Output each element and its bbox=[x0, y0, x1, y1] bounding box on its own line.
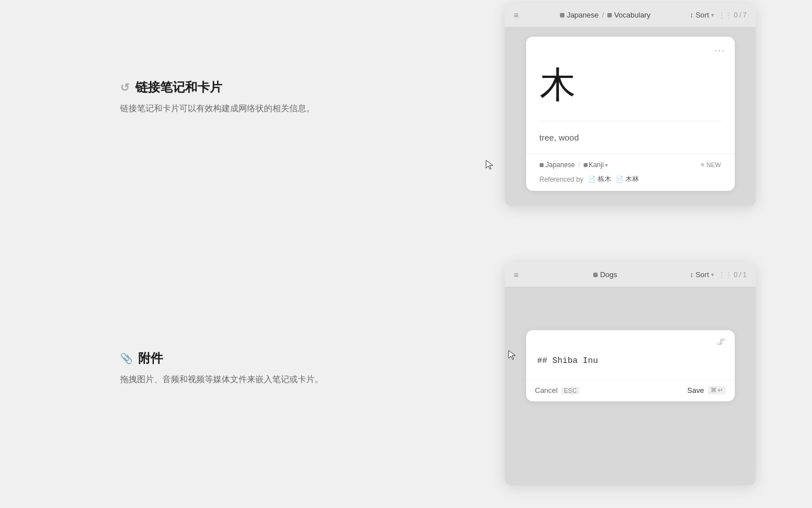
cancel-button[interactable]: Cancel ESC bbox=[535, 386, 580, 395]
cancel-key-badge: ESC bbox=[561, 387, 580, 395]
filter-icon-1: ⋮⋮ bbox=[718, 11, 732, 19]
sort-button-2[interactable]: ↕ Sort ▾ bbox=[690, 270, 714, 279]
editor-header: 🖇 bbox=[526, 330, 735, 352]
ref-label-1: 栋木 bbox=[598, 174, 611, 184]
tag-sep: / bbox=[579, 161, 580, 169]
card-tag-japanese: Japanese bbox=[540, 161, 575, 169]
editor-actions: Cancel ESC Save ⌘ ↵ bbox=[526, 380, 735, 401]
japanese-vocab-window: ≡ Japanese / Vocabulary ↕ Sort ▾ ⋮⋮ 0 / … bbox=[505, 3, 756, 206]
editor-card: 🖇 ## Shiba Inu Cancel ESC Save ⌘ ↵ bbox=[526, 330, 735, 401]
window2-content: 🖇 ## Shiba Inu Cancel ESC Save ⌘ ↵ bbox=[505, 287, 756, 485]
window1-content: ... 木 tree, wood Japanese / Kanji ▾ bbox=[505, 28, 756, 206]
filter-count-2: 0 bbox=[734, 271, 738, 279]
filter-count-1: 0 bbox=[734, 11, 738, 19]
feature-link-section: ↺ 链接笔记和卡片 链接笔记和卡片可以有效构建成网络状的相关信息。 bbox=[120, 79, 315, 115]
ref-icon-2: 📄 bbox=[616, 176, 624, 183]
sort-button-1[interactable]: ↕ Sort ▾ bbox=[690, 11, 714, 19]
menu-icon-1[interactable]: ≡ bbox=[514, 11, 518, 20]
sort-chevron-2: ▾ bbox=[711, 271, 714, 278]
vocab-dot bbox=[607, 13, 612, 17]
window2-toolbar: ≡ Dogs ↕ Sort ▾ ⋮⋮ 0 / 1 bbox=[505, 262, 756, 287]
card-tag-kanji[interactable]: Kanji ▾ bbox=[584, 161, 608, 169]
kanji-tag-dot bbox=[584, 163, 588, 167]
save-button[interactable]: Save ⌘ ↵ bbox=[687, 386, 726, 395]
japanese-tag-label: Japanese bbox=[546, 161, 575, 169]
new-label: NEW bbox=[707, 161, 721, 168]
new-dot bbox=[701, 163, 704, 167]
kanji-dropdown-arrow: ▾ bbox=[605, 162, 608, 168]
save-key-return: ↵ bbox=[718, 387, 723, 394]
menu-icon-2[interactable]: ≡ bbox=[514, 270, 518, 279]
vocabulary-label: Vocabulary bbox=[614, 11, 650, 19]
cancel-label: Cancel bbox=[535, 386, 558, 395]
breadcrumb-vocabulary[interactable]: Vocabulary bbox=[607, 11, 650, 19]
ref-label-2: 木林 bbox=[625, 174, 639, 184]
filter-total-2: 1 bbox=[743, 271, 747, 279]
feature-link-desc: 链接笔记和卡片可以有效构建成网络状的相关信息。 bbox=[120, 102, 315, 115]
paperclip-icon: 📎 bbox=[120, 352, 133, 365]
dogs-dot bbox=[593, 273, 598, 277]
card-tags: Japanese / Kanji ▾ NEW bbox=[540, 161, 721, 169]
breadcrumb-1: Japanese / Vocabulary bbox=[525, 11, 685, 19]
sort-label-1: Sort bbox=[695, 11, 709, 19]
breadcrumb-separator: / bbox=[602, 11, 604, 19]
ref-item-1[interactable]: 📄 栋木 bbox=[588, 174, 611, 184]
card-refs: Referenced by 📄 栋木 📄 木林 bbox=[540, 174, 721, 184]
card-footer: Japanese / Kanji ▾ NEW Referenced by bbox=[526, 154, 735, 191]
japanese-tag-dot bbox=[540, 163, 544, 167]
editor-text[interactable]: ## Shiba Inu bbox=[526, 352, 735, 380]
card-meaning: tree, wood bbox=[526, 121, 735, 154]
dogs-label: Dogs bbox=[600, 270, 617, 279]
card-new-badge: NEW bbox=[701, 161, 721, 168]
card-more-button[interactable]: ... bbox=[714, 43, 725, 54]
sort-icon-1: ↕ bbox=[690, 11, 693, 19]
japanese-dot bbox=[560, 13, 564, 17]
kanji-tag-label: Kanji bbox=[589, 161, 604, 169]
filter-sep-1: / bbox=[739, 11, 741, 19]
feature-attachment-section: 📎 附件 拖拽图片、音频和视频等媒体文件来嵌入笔记或卡片。 bbox=[120, 350, 323, 386]
filter-sep-2: / bbox=[739, 271, 741, 279]
window1-toolbar: ≡ Japanese / Vocabulary ↕ Sort ▾ ⋮⋮ 0 / … bbox=[505, 3, 756, 28]
filter-1[interactable]: ⋮⋮ 0 / 7 bbox=[718, 11, 747, 19]
breadcrumb-japanese[interactable]: Japanese bbox=[560, 11, 598, 19]
card-header: ... bbox=[526, 37, 735, 56]
sort-label-2: Sort bbox=[695, 270, 709, 279]
flashcard: ... 木 tree, wood Japanese / Kanji ▾ bbox=[526, 37, 735, 191]
ref-icon-1: 📄 bbox=[588, 176, 596, 183]
japanese-label: Japanese bbox=[567, 11, 598, 19]
feature-link-title: ↺ 链接笔记和卡片 bbox=[120, 79, 315, 96]
save-key-cmd: ⌘ bbox=[710, 387, 717, 394]
filter-2[interactable]: ⋮⋮ 0 / 1 bbox=[718, 271, 747, 279]
feature-attachment-title: 📎 附件 bbox=[120, 350, 323, 367]
feature-attachment-desc: 拖拽图片、音频和视频等媒体文件来嵌入笔记或卡片。 bbox=[120, 373, 323, 386]
attach-icon[interactable]: 🖇 bbox=[717, 337, 726, 347]
cursor bbox=[484, 159, 495, 170]
card-kanji: 木 bbox=[526, 56, 735, 121]
filter-icon-2: ⋮⋮ bbox=[718, 271, 732, 279]
link-icon: ↺ bbox=[120, 81, 130, 94]
sort-chevron-1: ▾ bbox=[711, 12, 714, 18]
save-key-badge: ⌘ ↵ bbox=[708, 386, 726, 395]
filter-total-1: 7 bbox=[743, 11, 747, 19]
sort-icon-2: ↕ bbox=[690, 271, 693, 279]
dogs-window: ≡ Dogs ↕ Sort ▾ ⋮⋮ 0 / 1 🖇 ## Shiba Inu bbox=[505, 262, 756, 485]
save-label: Save bbox=[687, 386, 704, 395]
ref-item-2[interactable]: 📄 木林 bbox=[616, 174, 639, 184]
breadcrumb-2: Dogs bbox=[525, 270, 685, 279]
refs-label: Referenced by bbox=[540, 176, 584, 183]
breadcrumb-dogs[interactable]: Dogs bbox=[593, 270, 617, 279]
